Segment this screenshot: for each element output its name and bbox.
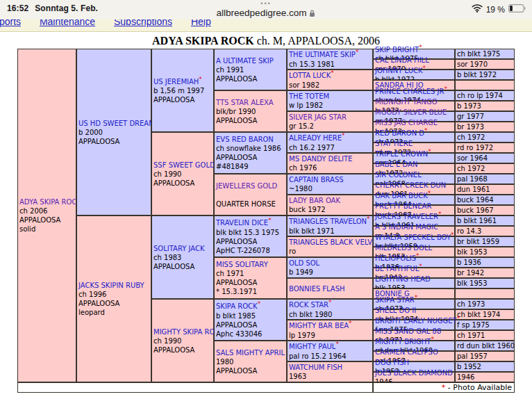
detail-cell-midnight-tango: b 1973 (455, 101, 515, 111)
horse-link-adya-skipa-rock[interactable]: ADYA SKIPA ROCK (19, 198, 81, 206)
horse-link-johnny-luck[interactable]: JOHNNY LUCK (375, 67, 423, 74)
horse-link-red-baron-d[interactable]: RED BARON D (375, 129, 424, 137)
horse-link-heliopolis[interactable]: HELIOPOLIS (375, 254, 416, 262)
horse-name-row: MIGHTY BRIGHT* (375, 336, 454, 346)
horse-link-mighty-bright[interactable]: MIGHTY BRIGHT (375, 338, 431, 345)
detail-cell-sandra-hi-jo (455, 80, 515, 90)
url-domain[interactable]: allbreedpedigree.com (217, 8, 307, 18)
horse-link-babe-e-dan[interactable]: BABE E DAN (375, 161, 417, 168)
horse-details: 1963 (289, 372, 372, 381)
browser-menu-bar: Reports Maintenance Subscriptions Help (0, 19, 532, 32)
horse-link-a-s-indian-magic[interactable]: A S INDIAN MAGIC (375, 223, 438, 231)
horse-link-silver-jag-star[interactable]: SILVER JAG STAR (289, 113, 347, 121)
horse-link-miss-sand-gal-88[interactable]: MISS SAND GAL 88 (375, 327, 441, 335)
horse-details: ch 1990 (153, 170, 213, 179)
horse-link-sir-colonel[interactable]: SIR COLONEL (375, 171, 422, 179)
horse-link-ssf-sweet-gold[interactable]: SSF SWEET GOLD (153, 161, 215, 169)
pedigree-cell-triangles-black-velvet: TRIANGLES BLACK VELVETro (287, 236, 373, 257)
horse-details: QUARTER HORSE (216, 200, 285, 209)
horse-details: ch 1990 (153, 336, 213, 345)
horse-link-mighty-bar-bea[interactable]: MIGHTY BAR BEA (289, 323, 349, 330)
horse-link-rock-star[interactable]: ROCK STAR (289, 302, 329, 309)
horse-link-triple-crown[interactable]: TRIPLE CROWN (375, 150, 428, 158)
horse-name-row: RED BARON D* (375, 128, 454, 138)
horse-link-bright-early-nugget[interactable]: BRIGHT EARLY NUGGET (375, 317, 457, 325)
horse-link-joes-black-diamond[interactable]: JOES BLACK DIAMOND (375, 369, 453, 377)
horse-name-row: SKIPA ROCK* (216, 301, 285, 311)
horse-link-shell-do-ii[interactable]: SHELL DO II (375, 307, 416, 314)
horse-link-old-sol[interactable]: OLD SOL (289, 259, 319, 267)
horse-link-jewellers-gold[interactable]: JEWELLERS GOLD (216, 182, 277, 190)
horse-link-miss-jag-charge[interactable]: MISS JAG CHARGE (375, 119, 438, 127)
menu-item-help[interactable]: Help (191, 19, 211, 27)
horse-link-travelin-dice[interactable]: TRAVELIN DICE (216, 220, 268, 227)
address-bar[interactable]: allbreedpedigree.com (0, 8, 532, 19)
horse-link-sals-mighty-april[interactable]: SALS MIGHTY APRIL (216, 349, 285, 357)
horse-name-row: A ULTIMATE SKIP (216, 56, 285, 65)
horse-name-row: JOES BLACK DIAMOND (375, 368, 454, 377)
pedigree-cell-solitary-jack: SOLITARY JACKch 1983APPALOOSA (151, 215, 214, 299)
horse-link-the-totem[interactable]: THE TOTEM (289, 92, 329, 100)
horse-link-skip-bright[interactable]: SKIP BRIGHT (375, 46, 419, 54)
horse-link-triangles-black-velvet[interactable]: TRIANGLES BLACK VELVET (289, 238, 381, 246)
horse-link-miss-solitary[interactable]: MISS SOLITARY (216, 261, 268, 268)
horse-link-be-faithful[interactable]: BE FAITHFUL (375, 265, 419, 272)
horse-link-lady-bar-oak[interactable]: LADY BAR OAK (289, 197, 340, 204)
horse-link-ms-dandy-delite[interactable]: MS DANDY DELITE (289, 155, 352, 163)
horse-link-skipa-rock[interactable]: SKIPA ROCK (216, 303, 258, 311)
horse-link-prince-charles-jr[interactable]: PRINCE CHARLES JR (375, 88, 444, 95)
horse-link-tts-star-alexa[interactable]: TTS STAR ALEXA (216, 99, 274, 106)
horse-link-cal-linda-hill[interactable]: CAL LINDA HILL (375, 56, 429, 64)
horse-link-us-hd-sweet-dream[interactable]: US HD SWEET DREAM (78, 120, 155, 127)
photo-available-star: * (342, 132, 345, 139)
horse-link-lighting-head[interactable]: LIGHTING HEAD (375, 275, 431, 283)
title-details: ch. M, APPALOOSA, 2006 (254, 35, 380, 47)
horse-details: APPALOOSA (216, 153, 285, 162)
menu-item-subscriptions[interactable]: Subscriptions (114, 19, 172, 27)
horse-link-evs-red-baron[interactable]: EVS RED BARON (216, 136, 274, 143)
horse-link-moody-silver-blue[interactable]: MOODY SILVER BLUE (375, 108, 447, 116)
horse-name-row: BE FAITHFUL* (375, 263, 454, 273)
horse-link-skipa-star[interactable]: SKIPA STAR (375, 296, 415, 304)
horse-name-row: US JEREMIAH* (153, 76, 213, 86)
horse-link-dog-fish[interactable]: DOG FISH (375, 359, 409, 366)
horse-link-us-jeremiah[interactable]: US JEREMIAH (153, 78, 199, 86)
multitask-handle-icon[interactable]: ••• (0, 0, 532, 7)
horse-details: ch 1996 (78, 290, 150, 299)
horse-details: pal 1957 (457, 352, 513, 361)
menu-item-reports[interactable]: Reports (0, 19, 21, 27)
footer-spacer (17, 382, 373, 393)
horse-link-bonnies-flash[interactable]: BONNIES FLASH (289, 285, 345, 293)
photo-available-star: * (367, 215, 370, 222)
horse-details: w lp 1982 (289, 101, 372, 110)
horse-name-row: THE TOTEM (289, 92, 372, 101)
horse-name-row: JEWELLERS GOLD (216, 181, 285, 190)
horse-link-midnight-tango[interactable]: MIDNIGHT TANGO (375, 98, 438, 106)
horse-details: blk 1953 (457, 279, 513, 288)
horse-link-captain-brass[interactable]: CAPTAIN BRASS (289, 176, 344, 184)
horse-link-the-ultimate-skip[interactable]: THE ULTIMATE SKIP (289, 51, 356, 59)
horse-link-lotta-luck[interactable]: LOTTA LUCK (289, 72, 331, 80)
horse-details: * 15.3.1971 (216, 287, 285, 296)
horse-link-a-ultimate-skip[interactable]: A ULTIMATE SKIP (216, 57, 274, 65)
horse-link-solitary-jack[interactable]: SOLITARY JACK (153, 245, 205, 252)
photo-available-star: * (444, 86, 448, 92)
horse-details: lp 1979 (289, 331, 372, 340)
horse-link-already-here[interactable]: ALREADY HERE (289, 135, 342, 142)
menu-item-maintenance[interactable]: Maintenance (40, 19, 95, 27)
horse-link-stay-here[interactable]: STAY HERE (375, 140, 413, 147)
wifi-icon (472, 4, 483, 15)
horse-link-oak-bar-buck[interactable]: OAK BAR BUCK (375, 192, 428, 200)
horse-link-jokers-traveler[interactable]: JOKERS TRAVELER (375, 213, 438, 220)
horse-link-cherry-creek-dun[interactable]: CHERRY CREEK DUN (375, 181, 446, 189)
horse-link-pretty-benear[interactable]: PRETTY BENEAR (375, 202, 431, 210)
horse-link-jacks-skipin-ruby[interactable]: JACKS SKIPIN RUBY (78, 282, 144, 289)
horse-name-row: US HD SWEET DREAM* (78, 118, 150, 128)
footer-label: - Photo Available (445, 383, 512, 392)
horse-link-carmen-calypso[interactable]: CARMEN CALYPSO (375, 348, 438, 356)
horse-link-wyalta-speckel-boy[interactable]: WYALTA SPECKEL BOY (375, 234, 451, 241)
horse-link-watchum-fish[interactable]: WATCHUM FISH (289, 364, 342, 371)
horse-link-triangles-travelon[interactable]: TRIANGLES TRAVELON (289, 218, 367, 226)
horse-link-mildreds-doll[interactable]: MILDREDS DOLL (375, 244, 432, 252)
horse-link-mighty-paul[interactable]: MIGHTY PAUL (289, 343, 335, 351)
